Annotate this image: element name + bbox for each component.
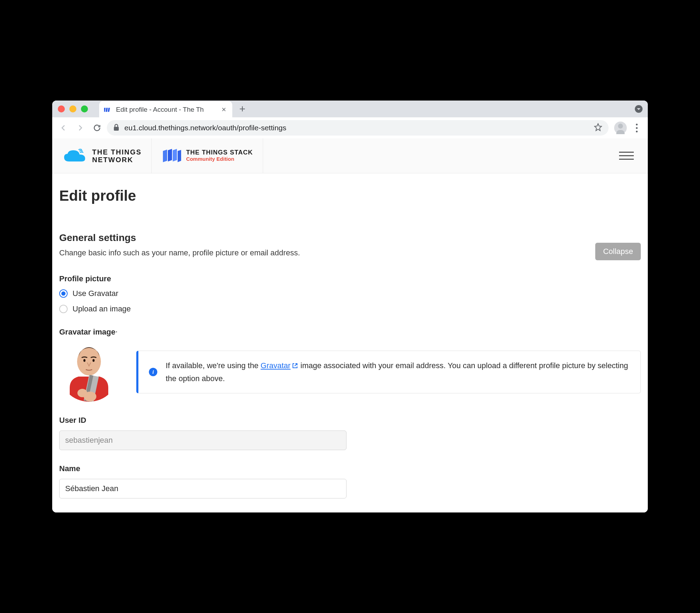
external-link-icon <box>292 360 298 372</box>
address-bar[interactable]: eu1.cloud.thethings.network/oauth/profil… <box>107 120 609 136</box>
info-box: i If available, we're using the Gravatar… <box>136 351 641 393</box>
ttn-logo-text: THE THINGS NETWORK <box>92 148 142 164</box>
tts-logo[interactable]: THE THINGS STACK Community Edition <box>152 138 263 173</box>
tab-title: Edit profile - Account - The Th <box>116 106 217 113</box>
books-icon <box>162 149 181 163</box>
browser-tab[interactable]: Edit profile - Account - The Th × <box>99 101 232 118</box>
profile-avatar-icon[interactable] <box>614 122 627 134</box>
avatar-image <box>59 342 119 402</box>
nav-back-button[interactable] <box>56 121 70 135</box>
gravatar-link[interactable]: Gravatar <box>261 361 291 370</box>
new-tab-button[interactable]: + <box>239 103 246 115</box>
nav-forward-button[interactable] <box>73 121 87 135</box>
gravatar-image-label: Gravatar image· <box>59 328 641 337</box>
profile-picture-label: Profile picture <box>59 274 641 283</box>
name-label: Name <box>59 464 641 473</box>
svg-point-14 <box>77 389 87 397</box>
radio-upload-image[interactable]: Upload an image <box>59 304 641 314</box>
radio-label: Use Gravatar <box>73 289 118 298</box>
tab-close-icon[interactable]: × <box>220 105 227 114</box>
tab-overflow-icon[interactable] <box>634 105 643 113</box>
radio-icon <box>59 305 68 313</box>
lock-icon <box>113 124 119 132</box>
info-icon: i <box>149 368 157 376</box>
gravatar-row: i If available, we're using the Gravatar… <box>59 342 641 402</box>
page-content: THE THINGS NETWORK THE THINGS STACK Com <box>52 138 648 512</box>
address-bar-row: eu1.cloud.thethings.network/oauth/profil… <box>52 117 648 138</box>
tab-bar: Edit profile - Account - The Th × + <box>52 101 648 117</box>
radio-label: Upload an image <box>73 304 131 314</box>
window-close-button[interactable] <box>58 105 65 112</box>
browser-chrome: Edit profile - Account - The Th × + <box>52 101 648 138</box>
nav-reload-button[interactable] <box>90 121 104 135</box>
ttn-logo[interactable]: THE THINGS NETWORK <box>52 138 151 173</box>
svg-rect-4 <box>114 127 119 131</box>
section-description: Change basic info such as your name, pro… <box>59 248 300 257</box>
tab-favicon-icon <box>104 107 112 112</box>
info-text: If available, we're using the Gravatar i… <box>166 359 630 385</box>
page-header: THE THINGS NETWORK THE THINGS STACK Com <box>52 138 648 173</box>
svg-point-10 <box>92 359 95 362</box>
browser-window: Edit profile - Account - The Th × + <box>52 101 648 512</box>
browser-menu-button[interactable] <box>630 124 644 132</box>
url-text: eu1.cloud.thethings.network/oauth/profil… <box>124 124 589 132</box>
header-divider <box>263 138 263 173</box>
cloud-icon <box>62 147 87 164</box>
user-id-label: User ID <box>59 416 641 425</box>
tts-logo-text: THE THINGS STACK Community Edition <box>186 149 253 162</box>
radio-icon <box>59 289 68 298</box>
user-id-input[interactable] <box>59 431 346 450</box>
svg-point-5 <box>618 124 623 129</box>
svg-point-9 <box>83 359 85 362</box>
window-maximize-button[interactable] <box>81 105 88 112</box>
svg-rect-2 <box>108 108 110 112</box>
svg-rect-0 <box>104 108 106 112</box>
radio-use-gravatar[interactable]: Use Gravatar <box>59 289 641 298</box>
window-minimize-button[interactable] <box>69 105 76 112</box>
collapse-button[interactable]: Collapse <box>595 243 641 260</box>
hamburger-menu-button[interactable] <box>605 152 648 160</box>
section-header: General settings Change basic info such … <box>59 232 641 260</box>
svg-rect-1 <box>105 108 108 112</box>
name-input[interactable] <box>59 479 346 498</box>
bookmark-star-icon[interactable] <box>594 123 602 133</box>
window-controls <box>56 105 91 112</box>
page-title: Edit profile <box>59 187 641 204</box>
content-body: Edit profile General settings Change bas… <box>52 173 648 512</box>
section-title: General settings <box>59 232 300 243</box>
